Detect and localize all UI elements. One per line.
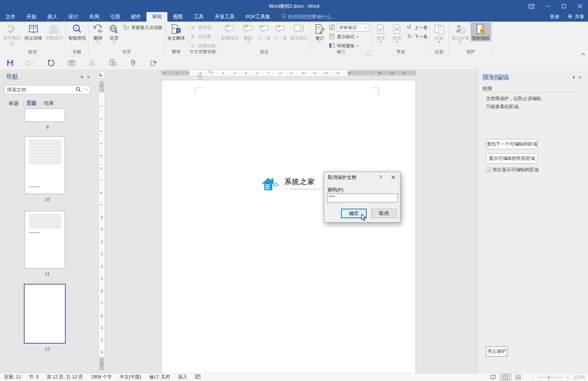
search-input[interactable]: 搜索文档 ▼ <box>4 85 90 94</box>
attachment-icon[interactable] <box>128 58 138 67</box>
ribbon-tab[interactable]: 审阅 <box>146 12 167 22</box>
zoom-slider-handle[interactable] <box>548 375 549 379</box>
ribbon-button-label: 删除 <box>244 36 253 41</box>
permissions-section-label: 权限 <box>483 85 492 92</box>
ribbon-button[interactable]: a中全文翻译 <box>166 22 186 41</box>
side-by-side-icon[interactable] <box>67 58 76 67</box>
zoom-level[interactable]: 100% <box>574 375 585 380</box>
ribbon-tab[interactable]: 邮件 <box>126 12 146 22</box>
first-line-indent-marker[interactable] <box>208 70 212 73</box>
dialog-help-button[interactable]: ? <box>375 175 386 180</box>
ribbon-button[interactable]: 限制编辑 <box>471 22 491 41</box>
ribbon-tab[interactable]: 引用 <box>105 12 126 22</box>
vertical-ruler[interactable]: 112345678910111213141516171819202122 <box>99 81 104 370</box>
close-icon[interactable] <box>572 0 588 12</box>
reject-icon <box>392 23 403 35</box>
status-item[interactable]: 修订: 关闭 <box>145 374 174 380</box>
print-layout-icon[interactable] <box>500 373 512 381</box>
save-icon[interactable] <box>5 58 15 67</box>
previous-change-icon <box>406 24 413 32</box>
ribbon-combo[interactable]: 所有标记▼ <box>328 24 370 32</box>
dialog-launcher-icon[interactable] <box>367 51 371 55</box>
ribbon-tab[interactable]: 视图 <box>167 12 188 22</box>
zoom-in-icon[interactable]: + <box>566 374 569 380</box>
ribbon-button[interactable]: i智能查找 <box>67 22 87 41</box>
compare-icon <box>434 23 445 35</box>
ribbon-display-options-icon[interactable] <box>523 0 540 12</box>
login-button[interactable]: 登录 <box>550 14 559 20</box>
chevron-down-icon[interactable]: ▼ <box>79 75 85 79</box>
hanging-indent-marker[interactable] <box>198 73 202 80</box>
ribbon-tab[interactable]: 文件 <box>0 12 21 22</box>
send-icon[interactable] <box>149 58 159 67</box>
search-options-chevron-icon[interactable]: ▼ <box>85 89 88 91</box>
status-item[interactable]: 页面: 12 <box>0 374 25 380</box>
ribbon-button[interactable]: a中翻译▼ <box>90 22 106 44</box>
thumbnail-rule <box>29 232 40 233</box>
ribbon-group-label: 翻译 <box>165 49 188 55</box>
dialog-title-bar[interactable]: 取消保护文档 ? <box>324 172 400 183</box>
ribbon-button[interactable]: A语言▼ <box>106 22 122 44</box>
search-placeholder: 搜索文档 <box>7 87 76 93</box>
ribbon-tab[interactable]: 设计 <box>63 12 84 22</box>
ribbon-tab[interactable]: 开始 <box>21 12 42 22</box>
ribbon-tab[interactable]: 布局 <box>84 12 105 22</box>
ribbon-tab[interactable]: 工具 <box>188 12 209 22</box>
ribbon-button: 下一条 <box>272 22 288 41</box>
nav-tab[interactable]: 结果 <box>40 99 58 108</box>
document-page[interactable]: 系统之家 XITONGZHIJIA.NET XITONGZHIJIA.NET <box>161 80 416 373</box>
show-markup-icon <box>329 33 335 41</box>
ribbon-tab[interactable]: 开发工具 <box>209 12 240 22</box>
zoom-out-icon[interactable]: − <box>531 374 534 380</box>
page-thumbnail[interactable] <box>25 211 65 268</box>
chevron-down-icon[interactable]: ▼ <box>570 75 577 80</box>
minimize-icon[interactable] <box>540 0 556 12</box>
status-item[interactable]: 中文(中国) <box>116 374 145 380</box>
ribbon-button[interactable]: 同义词库 <box>23 22 44 41</box>
chevron-down-icon: ▼ <box>380 41 382 43</box>
ribbon-group: 接受▼拒绝▼上一条下一条更改 <box>372 22 430 56</box>
nav-tab[interactable]: 标题 <box>5 99 22 108</box>
horizontal-ruler[interactable]: 3211234567891011121314151617 <box>161 70 416 76</box>
ribbon-tab[interactable]: 插入 <box>42 12 63 22</box>
search-icon[interactable] <box>76 87 81 93</box>
tab-selector[interactable] <box>97 71 105 79</box>
dialog-close-icon[interactable] <box>386 172 400 183</box>
status-item[interactable]: 第 12 页, 共 12 页 <box>43 374 87 380</box>
share-button[interactable]: 共享 <box>567 14 584 20</box>
password-field[interactable]: *** <box>327 194 398 202</box>
ribbon-button[interactable]: 显示标记▼ <box>328 33 370 41</box>
page-thumbnail[interactable] <box>25 109 65 122</box>
show-all-editable-regions-button[interactable]: 显示可编辑的所有区域 <box>486 153 538 164</box>
macro-record-icon[interactable] <box>191 374 204 380</box>
highlight-editable-regions-checkbox[interactable] <box>486 168 491 172</box>
find-next-editable-region-button[interactable]: 查找下一个可编辑的区域 <box>486 139 538 149</box>
print-preview-icon[interactable] <box>108 58 117 67</box>
read-mode-icon[interactable] <box>487 373 500 381</box>
ribbon-button[interactable]: 下一条 <box>405 33 429 41</box>
close-icon[interactable]: × <box>85 74 92 80</box>
status-item[interactable]: 插入 <box>174 374 191 380</box>
markup-view-select[interactable]: 所有标记▼ <box>337 24 369 32</box>
ruler-number: 13 <box>100 252 104 256</box>
status-item[interactable]: 节: 5 <box>25 374 43 380</box>
ribbon-tab[interactable]: PDF工具集 <box>240 12 276 22</box>
previous-comment-icon <box>259 23 270 35</box>
stop-protection-button[interactable]: 停止保护 <box>486 347 507 356</box>
nav-tab[interactable]: 页面 <box>23 99 40 108</box>
page-thumbnail[interactable] <box>25 136 65 194</box>
ribbon-button[interactable]: 上一条 <box>405 24 429 32</box>
right-indent-marker[interactable] <box>374 73 378 76</box>
maximize-icon[interactable] <box>556 0 572 12</box>
cancel-button[interactable]: 取消 <box>371 209 397 218</box>
ribbon: 字A拼写和语法同义词库ABC123字数统计校对i智能查找见解a中翻译▼A语言▼更… <box>0 22 588 56</box>
status-item[interactable]: 2908 个字 <box>87 374 116 380</box>
web-layout-icon[interactable] <box>512 373 525 381</box>
close-icon[interactable]: × <box>577 74 584 80</box>
ribbon-button[interactable]: 更新输入法词典 <box>122 24 163 32</box>
tell-me-box[interactable]: 告诉我您想要做什么... <box>281 12 335 22</box>
zoom-slider[interactable]: − + <box>531 374 569 380</box>
ribbon-button[interactable]: 修订▼ <box>312 22 328 44</box>
redo-icon[interactable] <box>46 58 56 67</box>
page-thumbnail[interactable] <box>24 284 66 344</box>
